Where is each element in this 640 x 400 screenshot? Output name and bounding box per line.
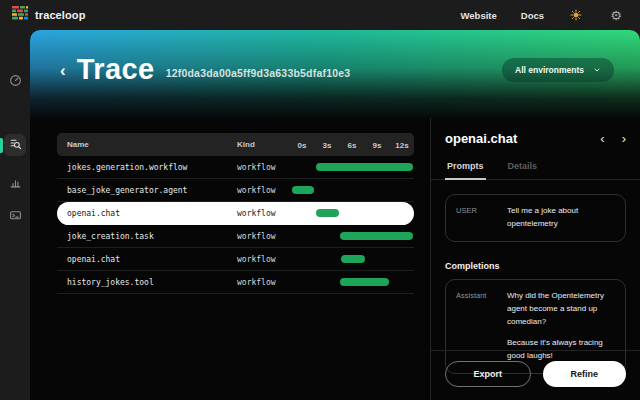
terminal-icon (9, 208, 22, 226)
duration-bar (316, 163, 413, 171)
span-table-header: Name Kind 0s 3s 6s 9s 12s (57, 133, 414, 156)
brand-name: traceloop (35, 9, 86, 21)
duration-bar (292, 186, 314, 194)
trace-header: ‹ Trace 12f0da3da00a5ff9d3a633b5dfaf10e3… (30, 30, 640, 120)
duration-bar (316, 209, 339, 217)
timeline-axis: 0s 3s 6s 9s 12s (290, 133, 414, 156)
column-header-name: Name (57, 140, 237, 149)
traceloop-logo-icon (12, 5, 28, 25)
trace-search-icon (9, 136, 22, 154)
span-kind: workflow (237, 232, 290, 241)
traceloop-home-link[interactable]: traceloop (12, 5, 86, 25)
span-row[interactable]: openai.chat workflow (57, 248, 414, 271)
span-detail-panel: openai.chat ‹ › Prompts Details USER Tel… (430, 118, 640, 400)
column-header-kind: Kind (237, 140, 290, 149)
span-kind: workflow (237, 163, 290, 172)
timeline-tick: 3s (323, 140, 332, 149)
next-span-button[interactable]: › (622, 132, 626, 145)
environment-dropdown[interactable]: All environments (502, 58, 614, 82)
timeline-tick: 0s (298, 140, 307, 149)
completion-paragraph: Why did the Opentelemetry agent become a… (507, 290, 615, 328)
theme-toggle-sun-icon[interactable] (568, 7, 584, 23)
gauge-icon (9, 73, 22, 91)
detail-footer: Export Refine (431, 350, 640, 400)
timeline-tick: 12s (395, 140, 408, 149)
span-kind: workflow (237, 255, 290, 264)
prompt-role-label: USER (456, 205, 498, 231)
export-button[interactable]: Export (445, 361, 531, 387)
span-kind: workflow (237, 209, 290, 218)
span-row[interactable]: base_joke_generator.agent workflow (57, 179, 414, 202)
span-row[interactable]: jokes.generation.workflow workflow (57, 156, 414, 179)
span-row[interactable]: history_jokes.tool workflow (57, 271, 414, 294)
prev-span-button[interactable]: ‹ (600, 132, 604, 145)
topbar-nav: Website Docs ⚙ (461, 7, 625, 23)
span-kind: workflow (237, 186, 290, 195)
settings-gear-icon[interactable]: ⚙ (608, 7, 624, 23)
trace-id: 12f0da3da00a5ff9d3a633b5dfaf10e3 (166, 67, 351, 79)
timeline-tick: 6s (348, 140, 357, 149)
span-table: Name Kind 0s 3s 6s 9s 12s jokes.generati… (57, 133, 414, 294)
span-row[interactable]: joke_creation.task workflow (57, 225, 414, 248)
span-name: history_jokes.tool (57, 278, 237, 287)
tab-prompts[interactable]: Prompts (445, 157, 486, 180)
bar-chart-icon (9, 175, 22, 193)
detail-title: openai.chat (445, 131, 517, 146)
span-name: joke_creation.task (57, 232, 237, 241)
docs-link[interactable]: Docs (521, 10, 544, 21)
duration-bar (340, 278, 389, 286)
timeline-tick: 9s (373, 140, 382, 149)
sidebar (0, 30, 30, 400)
main-panel: ‹ Trace 12f0da3da00a5ff9d3a633b5dfaf10e3… (30, 30, 640, 400)
sidebar-item-analytics[interactable] (4, 173, 26, 195)
completions-heading: Completions (445, 261, 626, 271)
page-title: Trace (77, 53, 155, 86)
detail-tabs: Prompts Details (431, 157, 640, 180)
span-name: base_joke_generator.agent (57, 186, 237, 195)
environment-dropdown-label: All environments (515, 65, 584, 75)
duration-bar (340, 232, 413, 240)
topbar: traceloop Website Docs ⚙ (0, 0, 640, 30)
span-name: jokes.generation.workflow (57, 163, 237, 172)
tab-details[interactable]: Details (506, 157, 540, 179)
sidebar-item-traces[interactable] (4, 134, 26, 156)
span-kind: workflow (237, 278, 290, 287)
span-name: openai.chat (57, 209, 237, 218)
prompt-message-box: USER Tell me a joke about opentelemetry (445, 194, 626, 242)
sidebar-item-playground[interactable] (4, 206, 26, 228)
sidebar-item-dashboard[interactable] (4, 71, 26, 93)
chevron-down-icon (593, 66, 601, 74)
back-button[interactable]: ‹ (60, 62, 66, 79)
active-nav-indicator (0, 138, 3, 153)
website-link[interactable]: Website (461, 10, 497, 21)
refine-button[interactable]: Refine (543, 361, 627, 387)
span-name: openai.chat (57, 255, 237, 264)
duration-bar (341, 255, 365, 263)
prompt-text: Tell me a joke about opentelemetry (507, 205, 615, 231)
span-row-selected[interactable]: openai.chat workflow (57, 202, 414, 225)
